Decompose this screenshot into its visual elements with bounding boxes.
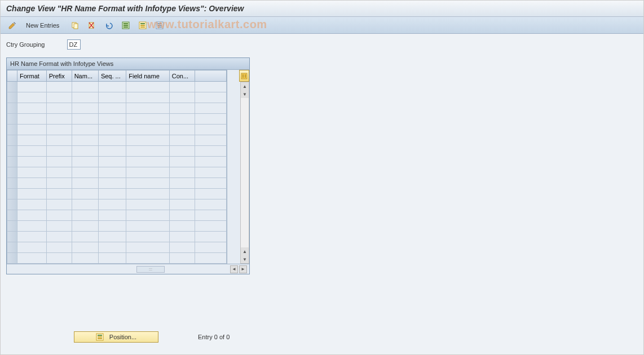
row-selector[interactable]: [7, 92, 17, 103]
table-cell[interactable]: [195, 178, 226, 189]
table-cell[interactable]: [98, 189, 126, 199]
table-cell[interactable]: [169, 114, 195, 125]
table-cell[interactable]: [98, 92, 126, 103]
row-selector[interactable]: [7, 125, 17, 135]
table-cell[interactable]: [126, 125, 169, 135]
row-selector[interactable]: [7, 232, 17, 242]
table-cell[interactable]: [98, 167, 126, 178]
table-cell[interactable]: [17, 242, 46, 253]
table-cell[interactable]: [169, 232, 195, 242]
table-cell[interactable]: [195, 199, 226, 210]
table-cell[interactable]: [98, 135, 126, 146]
table-cell[interactable]: [195, 167, 226, 178]
table-cell[interactable]: [98, 178, 126, 189]
table-cell[interactable]: [72, 189, 98, 199]
table-cell[interactable]: [169, 178, 195, 189]
table-cell[interactable]: [195, 146, 226, 157]
table-cell[interactable]: [169, 125, 195, 135]
table-cell[interactable]: [126, 232, 169, 242]
table-cell[interactable]: [126, 82, 169, 92]
table-cell[interactable]: [17, 167, 46, 178]
table-cell[interactable]: [195, 103, 226, 114]
table-cell[interactable]: [72, 221, 98, 232]
table-cell[interactable]: [46, 199, 72, 210]
table-cell[interactable]: [169, 167, 195, 178]
vertical-scrollbar[interactable]: ▲ ▼ ▲ ▼: [240, 82, 249, 264]
table-cell[interactable]: [72, 199, 98, 210]
table-cell[interactable]: [195, 221, 226, 232]
select-all-button[interactable]: [118, 20, 133, 31]
table-cell[interactable]: [46, 114, 72, 125]
table-cell[interactable]: [72, 125, 98, 135]
col-format[interactable]: Format: [17, 70, 46, 82]
table-cell[interactable]: [98, 199, 126, 210]
table-cell[interactable]: [72, 146, 98, 157]
row-selector[interactable]: [7, 135, 17, 146]
table-cell[interactable]: [17, 103, 46, 114]
table-cell[interactable]: [195, 242, 226, 253]
table-cell[interactable]: [17, 92, 46, 103]
table-cell[interactable]: [169, 199, 195, 210]
table-cell[interactable]: [46, 146, 72, 157]
table-cell[interactable]: [195, 125, 226, 135]
table-cell[interactable]: [98, 210, 126, 221]
ctry-grouping-input[interactable]: [67, 39, 81, 50]
table-cell[interactable]: [46, 253, 72, 264]
table-cell[interactable]: [126, 135, 169, 146]
table-cell[interactable]: [126, 210, 169, 221]
table-cell[interactable]: [169, 210, 195, 221]
table-cell[interactable]: [195, 135, 226, 146]
table-cell[interactable]: [46, 189, 72, 199]
undo-button[interactable]: [102, 20, 116, 31]
row-selector[interactable]: [7, 157, 17, 167]
table-cell[interactable]: [169, 253, 195, 264]
row-selector[interactable]: [7, 221, 17, 232]
table-cell[interactable]: [195, 253, 226, 264]
table-cell[interactable]: [17, 199, 46, 210]
table-cell[interactable]: [126, 92, 169, 103]
table-cell[interactable]: [126, 114, 169, 125]
table-cell[interactable]: [126, 199, 169, 210]
table-cell[interactable]: [46, 157, 72, 167]
table-cell[interactable]: [169, 135, 195, 146]
row-selector[interactable]: [7, 178, 17, 189]
table-cell[interactable]: [17, 157, 46, 167]
table-cell[interactable]: [98, 146, 126, 157]
table-cell[interactable]: [72, 232, 98, 242]
table-cell[interactable]: [195, 232, 226, 242]
row-selector[interactable]: [7, 114, 17, 125]
new-entries-button[interactable]: New Entries: [22, 20, 65, 31]
table-cell[interactable]: [98, 82, 126, 92]
col-con[interactable]: Con...: [169, 70, 195, 82]
table-cell[interactable]: [126, 103, 169, 114]
col-name[interactable]: Nam...: [72, 70, 98, 82]
table-cell[interactable]: [195, 189, 226, 199]
table-cell[interactable]: [169, 103, 195, 114]
row-selector[interactable]: [7, 210, 17, 221]
table-cell[interactable]: [46, 103, 72, 114]
toggle-edit-button[interactable]: [5, 20, 20, 31]
table-settings-button[interactable]: [239, 70, 249, 82]
row-selector-header[interactable]: [7, 70, 17, 82]
table-cell[interactable]: [46, 232, 72, 242]
col-seq[interactable]: Seq. ...: [98, 70, 126, 82]
table-cell[interactable]: [126, 157, 169, 167]
row-selector[interactable]: [7, 167, 17, 178]
table-cell[interactable]: [17, 82, 46, 92]
table-cell[interactable]: [17, 232, 46, 242]
table-cell[interactable]: [46, 82, 72, 92]
table-cell[interactable]: [46, 178, 72, 189]
table-cell[interactable]: [17, 210, 46, 221]
table-cell[interactable]: [46, 210, 72, 221]
table-cell[interactable]: [72, 114, 98, 125]
table-cell[interactable]: [195, 82, 226, 92]
table-cell[interactable]: [126, 221, 169, 232]
table-cell[interactable]: [169, 221, 195, 232]
table-cell[interactable]: [195, 114, 226, 125]
col-fieldname[interactable]: Field name: [126, 70, 169, 82]
table-cell[interactable]: [46, 135, 72, 146]
table-cell[interactable]: [126, 146, 169, 157]
table-cell[interactable]: [169, 146, 195, 157]
table-cell[interactable]: [169, 242, 195, 253]
table-cell[interactable]: [195, 157, 226, 167]
